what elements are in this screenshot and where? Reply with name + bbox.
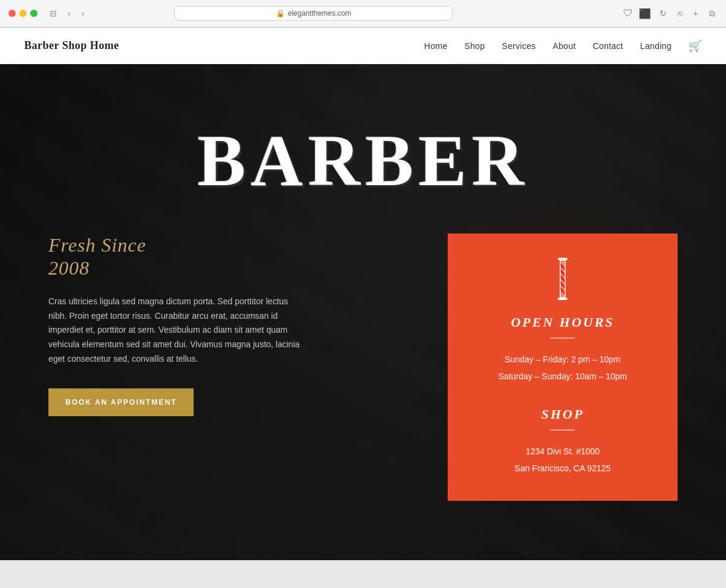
extensions-icon: ⬛: [639, 8, 651, 19]
hero-description: Cras ultricies ligula sed magna dictum p…: [48, 295, 302, 367]
shield-icon: 🛡: [623, 8, 633, 19]
open-hours-heading: Open Hours: [511, 315, 614, 330]
hours-line-1: Sunday – Friday: 2 pm – 10pm: [499, 351, 627, 368]
hero-title: BARBER: [197, 125, 529, 197]
hero-lower: Fresh Since2008 Cras ultricies ligula se…: [0, 234, 726, 501]
info-panel: Open Hours Sunday – Friday: 2 pm – 10pm …: [448, 234, 678, 501]
nav-item-landing[interactable]: Landing: [640, 41, 672, 51]
nav-item-contact[interactable]: Contact: [593, 41, 623, 51]
hero-text-column: Fresh Since2008 Cras ultricies ligula se…: [48, 234, 448, 501]
browser-actions: 🛡 ⬛ ↻ ⎋ + ⧉: [623, 7, 718, 20]
site-logo[interactable]: Barber Shop Home: [24, 39, 119, 52]
nav-item-shop[interactable]: Shop: [465, 41, 485, 51]
shop-heading: Shop: [541, 407, 584, 422]
cart-icon[interactable]: 🛒: [688, 40, 702, 52]
forward-button[interactable]: ›: [79, 7, 87, 19]
hero-subtitle: Fresh Since2008: [48, 234, 411, 280]
back-button[interactable]: ‹: [65, 7, 73, 19]
info-address: 1234 Divi St. #1000 San Francisco, CA 92…: [515, 443, 611, 477]
maximize-button[interactable]: [30, 10, 38, 17]
close-button[interactable]: [8, 10, 16, 17]
address-line-1: 1234 Divi St. #1000: [515, 443, 611, 460]
nav-link-about[interactable]: About: [553, 41, 576, 51]
duplicate-button[interactable]: ⧉: [707, 7, 718, 20]
lock-icon: 🔒: [276, 9, 285, 18]
nav-item-home[interactable]: Home: [424, 41, 448, 51]
svg-point-9: [561, 258, 564, 260]
address-bar[interactable]: 🔒 elegantthemes.com: [174, 6, 453, 21]
book-appointment-button[interactable]: BOOK AN APPOINTMENT: [48, 388, 194, 416]
browser-chrome: ⊟ ‹ › 🔒 elegantthemes.com 🛡 ⬛ ↻ ⎋ + ⧉: [0, 0, 726, 28]
barber-pole-icon: [551, 258, 575, 302]
hero-section: BARBER Fresh Since2008 Cras ultricies li…: [0, 64, 726, 560]
info-hours: Sunday – Friday: 2 pm – 10pm Saturday – …: [499, 351, 627, 385]
hours-line-2: Saturday – Sunday: 10am – 10pm: [499, 368, 627, 385]
nav-links: Home Shop Services About Contact Landing…: [424, 39, 702, 53]
nav-link-landing[interactable]: Landing: [640, 41, 672, 51]
browser-controls: ⊟ ‹ ›: [47, 7, 87, 19]
share-button[interactable]: ⎋: [675, 7, 685, 19]
new-tab-button[interactable]: +: [691, 7, 701, 19]
site-nav: Barber Shop Home Home Shop Services Abou…: [0, 28, 726, 64]
url-text: elegantthemes.com: [288, 9, 352, 18]
nav-link-services[interactable]: Services: [502, 41, 536, 51]
nav-link-home[interactable]: Home: [424, 41, 448, 51]
hero-content: BARBER Fresh Since2008 Cras ultricies li…: [0, 64, 726, 501]
browser-titlebar: ⊟ ‹ › 🔒 elegantthemes.com 🛡 ⬛ ↻ ⎋ + ⧉: [0, 0, 726, 27]
barber-pole-svg: [551, 258, 575, 300]
hours-divider: [551, 338, 575, 339]
minimize-button[interactable]: [19, 10, 27, 17]
nav-item-about[interactable]: About: [553, 41, 576, 51]
shop-divider: [551, 430, 575, 431]
nav-link-shop[interactable]: Shop: [465, 41, 485, 51]
nav-link-contact[interactable]: Contact: [593, 41, 623, 51]
nav-item-services[interactable]: Services: [502, 41, 536, 51]
nav-item-cart[interactable]: 🛒: [688, 39, 702, 53]
address-line-2: San Francisco, CA 92125: [515, 460, 611, 477]
traffic-lights: [8, 10, 38, 17]
sidebar-toggle-button[interactable]: ⊟: [47, 7, 59, 19]
refresh-button[interactable]: ↻: [657, 7, 669, 19]
